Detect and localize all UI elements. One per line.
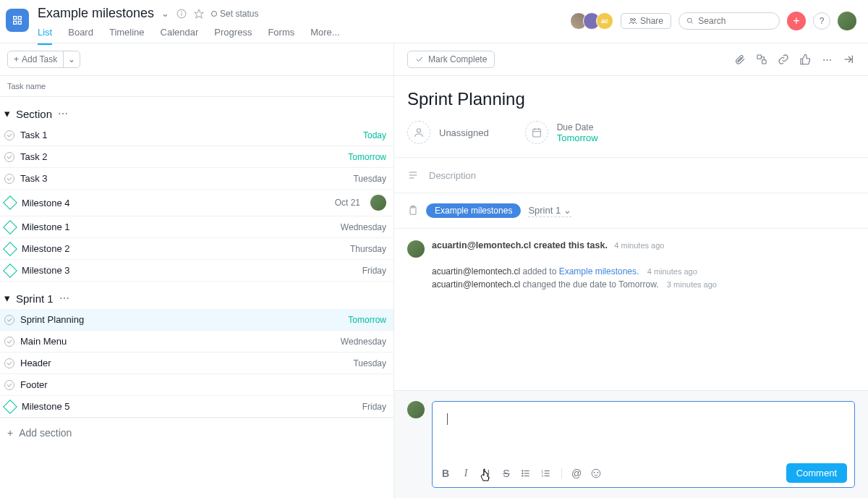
task-label: Main Menu xyxy=(20,336,335,347)
due-date: Tomorrow xyxy=(348,152,386,162)
tab-forms[interactable]: Forms xyxy=(268,27,294,45)
check-circle-icon[interactable] xyxy=(4,152,14,162)
task-label: Milestone 1 xyxy=(22,221,335,232)
check-circle-icon[interactable] xyxy=(4,337,14,347)
mark-complete-button[interactable]: Mark Complete xyxy=(407,51,495,68)
due-date-field[interactable]: Due Date Tomorrow xyxy=(525,121,598,144)
current-user-avatar[interactable] xyxy=(838,12,856,30)
check-circle-icon[interactable] xyxy=(4,358,14,368)
strikethrough-button[interactable]: S xyxy=(501,468,512,479)
task-row[interactable]: Task 2Tomorrow xyxy=(0,146,393,168)
set-status-button[interactable]: Set status xyxy=(211,9,258,19)
milestone-row[interactable]: Milestone 2Thursday xyxy=(0,238,393,260)
section-title[interactable]: Section xyxy=(16,108,52,120)
check-circle-icon[interactable] xyxy=(4,130,14,140)
due-date: Thursday xyxy=(350,244,386,254)
global-add-button[interactable]: + xyxy=(787,12,806,30)
due-date: Friday xyxy=(362,402,386,412)
subtask-icon[interactable] xyxy=(755,53,768,66)
milestone-row[interactable]: Milestone 4Oct 21 xyxy=(0,190,393,216)
activity-item: acuartin@lemontech.cl added to Example m… xyxy=(432,266,855,277)
assignee-field[interactable]: Unassigned xyxy=(407,121,489,144)
tab-more[interactable]: More... xyxy=(310,27,339,45)
task-detail-title[interactable]: Sprint Planning xyxy=(394,76,868,117)
project-pill[interactable]: Example milestones xyxy=(426,203,521,218)
tab-list[interactable]: List xyxy=(38,27,52,45)
current-user-avatar xyxy=(407,401,425,418)
tab-board[interactable]: Board xyxy=(68,27,93,45)
comment-box[interactable]: B I U S 123 @ xyxy=(432,401,855,488)
section-collapse-icon[interactable]: ▾ xyxy=(4,107,10,120)
task-label: Sprint Planning xyxy=(20,314,342,325)
svg-point-6 xyxy=(182,11,182,12)
milestone-icon[interactable] xyxy=(3,242,17,256)
check-circle-icon[interactable] xyxy=(4,380,14,390)
share-button[interactable]: Share xyxy=(621,13,671,29)
mention-button[interactable]: @ xyxy=(571,468,582,479)
attachment-icon[interactable] xyxy=(733,53,746,66)
check-circle-icon[interactable] xyxy=(4,174,14,184)
bold-button[interactable]: B xyxy=(440,468,451,479)
activity-item: acuartin@lemontech.cl changed the due da… xyxy=(432,279,855,290)
help-button[interactable]: ? xyxy=(813,12,830,30)
due-date: Tuesday xyxy=(353,358,386,368)
star-icon[interactable] xyxy=(194,9,204,19)
section-dropdown[interactable]: Sprint 1 ⌄ xyxy=(528,205,571,217)
task-label: Footer xyxy=(20,379,386,390)
underline-button[interactable]: U xyxy=(480,468,492,479)
tab-calendar[interactable]: Calendar xyxy=(161,27,199,45)
people-icon xyxy=(629,17,637,25)
bullet-list-button[interactable] xyxy=(521,468,532,478)
search-icon xyxy=(686,17,694,25)
search-input[interactable] xyxy=(698,16,772,26)
task-label: Task 1 xyxy=(20,130,357,140)
description-field[interactable]: Description xyxy=(394,158,868,193)
tab-timeline[interactable]: Timeline xyxy=(109,27,145,45)
member-avatars[interactable]: ac xyxy=(574,12,613,30)
link-icon[interactable] xyxy=(777,53,790,66)
add-task-dropdown[interactable]: ⌄ xyxy=(64,51,80,67)
avatar: ac xyxy=(596,12,613,30)
numbered-list-button[interactable]: 123 xyxy=(541,468,553,478)
task-row[interactable]: Footer xyxy=(0,374,393,396)
section-menu-icon[interactable]: ⋯ xyxy=(58,108,68,119)
add-section-button[interactable]: + Add section xyxy=(0,418,393,447)
task-row[interactable]: Task 1Today xyxy=(0,124,393,146)
search-input-wrapper[interactable] xyxy=(678,12,780,30)
more-icon[interactable]: ⋯ xyxy=(820,53,833,66)
add-task-button[interactable]: +Add Task ⌄ xyxy=(7,51,80,68)
milestone-icon[interactable] xyxy=(3,220,17,235)
check-circle-icon[interactable] xyxy=(4,315,14,325)
task-row[interactable]: Main MenuWednesday xyxy=(0,331,393,353)
milestone-row[interactable]: Milestone 3Friday xyxy=(0,260,393,282)
milestone-icon[interactable] xyxy=(3,400,17,414)
comment-input[interactable] xyxy=(433,402,854,459)
title-dropdown-icon[interactable]: ⌄ xyxy=(161,8,169,19)
section-collapse-icon[interactable]: ▾ xyxy=(4,292,10,305)
plus-icon: + xyxy=(14,54,19,64)
svg-point-10 xyxy=(687,18,692,22)
info-icon[interactable] xyxy=(176,9,187,19)
tab-progress[interactable]: Progress xyxy=(214,27,252,45)
check-icon xyxy=(415,55,424,64)
close-panel-icon[interactable] xyxy=(842,53,855,66)
svg-line-11 xyxy=(691,22,692,23)
task-row[interactable]: Task 3Tuesday xyxy=(0,168,393,190)
milestone-icon[interactable] xyxy=(3,195,17,210)
section-menu-icon[interactable]: ⋯ xyxy=(59,292,69,304)
svg-point-8 xyxy=(630,19,632,21)
milestone-row[interactable]: Milestone 5Friday xyxy=(0,396,393,418)
italic-button[interactable]: I xyxy=(460,468,472,479)
task-row[interactable]: HeaderTuesday xyxy=(0,353,393,374)
section-title[interactable]: Sprint 1 xyxy=(16,292,54,305)
description-icon xyxy=(407,169,419,181)
emoji-button[interactable] xyxy=(591,468,603,478)
milestone-row[interactable]: Milestone 1Wednesday xyxy=(0,216,393,238)
like-icon[interactable] xyxy=(799,53,812,66)
comment-submit-button[interactable]: Comment xyxy=(786,463,847,483)
activity-item: acuartin@lemontech.cl created this task.… xyxy=(432,240,664,258)
assignee-avatar[interactable] xyxy=(370,195,386,211)
avatar xyxy=(407,240,425,258)
milestone-icon[interactable] xyxy=(3,263,17,278)
task-row[interactable]: Sprint PlanningTomorrow xyxy=(0,309,393,331)
